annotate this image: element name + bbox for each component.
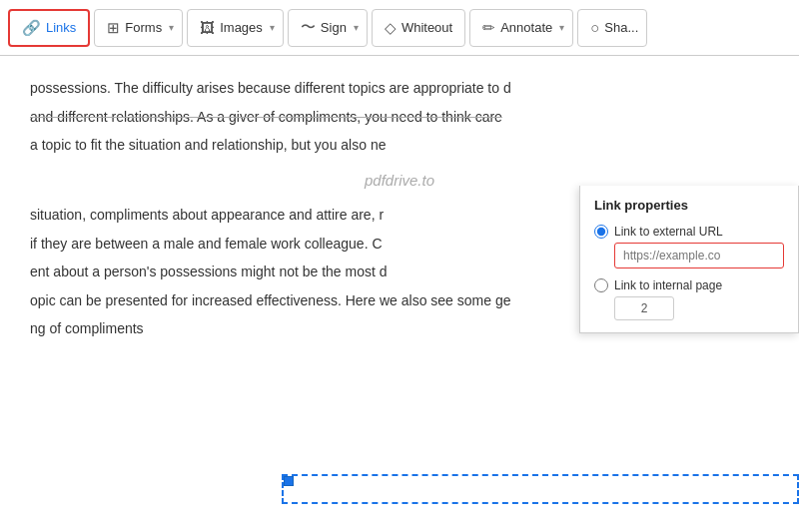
pdf-line-2: and different relationships. As a giver … <box>30 105 769 130</box>
shapes-icon: ○ <box>590 19 599 36</box>
page-input-container <box>594 296 784 320</box>
images-icon: 🖼 <box>200 19 215 36</box>
external-url-label[interactable]: Link to external URL <box>594 225 784 239</box>
links-label: Links <box>46 20 76 35</box>
radio-group: Link to external URL Link to internal pa… <box>594 225 784 320</box>
sign-button[interactable]: 〜 Sign ▾ <box>288 9 368 47</box>
sign-chevron: ▾ <box>354 22 359 33</box>
internal-page-label[interactable]: Link to internal page <box>594 278 784 292</box>
images-chevron: ▾ <box>270 22 275 33</box>
external-url-radio[interactable] <box>594 225 608 239</box>
annotate-button[interactable]: ✏ Annotate ▾ <box>469 9 573 47</box>
forms-button[interactable]: ⊞ Forms ▾ <box>94 9 183 47</box>
whiteout-label: Whiteout <box>401 20 452 35</box>
shapes-label: Sha... <box>604 20 638 35</box>
internal-page-radio[interactable] <box>594 278 608 292</box>
external-url-option: Link to external URL <box>594 225 784 268</box>
sign-icon: 〜 <box>301 18 316 37</box>
link-icon: 🔗 <box>22 19 41 37</box>
content-area: possessions. The difficulty arises becau… <box>0 56 799 532</box>
annotate-label: Annotate <box>500 20 552 35</box>
external-url-text: Link to external URL <box>614 225 723 239</box>
url-input-container <box>594 243 784 268</box>
sign-label: Sign <box>321 20 347 35</box>
forms-icon: ⊞ <box>107 19 120 37</box>
forms-label: Forms <box>125 20 162 35</box>
whiteout-icon: ◇ <box>385 19 397 37</box>
links-button[interactable]: 🔗 Links <box>8 9 90 47</box>
panel-title: Link properties <box>594 198 784 213</box>
pdf-line-1: possessions. The difficulty arises becau… <box>30 76 769 101</box>
internal-page-text: Link to internal page <box>614 278 722 292</box>
page-number-input[interactable] <box>614 296 674 320</box>
internal-page-option: Link to internal page <box>594 278 784 320</box>
pdf-text: possessions. The difficulty arises becau… <box>30 76 769 158</box>
annotate-chevron: ▾ <box>559 22 564 33</box>
shapes-button[interactable]: ○ Sha... <box>577 9 647 47</box>
url-input[interactable] <box>614 243 784 268</box>
annotate-icon: ✏ <box>482 19 495 37</box>
whiteout-button[interactable]: ◇ Whiteout <box>372 9 465 47</box>
forms-chevron: ▾ <box>169 22 174 33</box>
images-button[interactable]: 🖼 Images ▾ <box>187 9 284 47</box>
link-properties-panel: Link properties Link to external URL Lin… <box>579 186 799 333</box>
toolbar: 🔗 Links ⊞ Forms ▾ 🖼 Images ▾ 〜 Sign ▾ ◇ … <box>0 0 799 56</box>
pdf-line-3: a topic to fit the situation and relatio… <box>30 133 769 158</box>
images-label: Images <box>220 20 263 35</box>
